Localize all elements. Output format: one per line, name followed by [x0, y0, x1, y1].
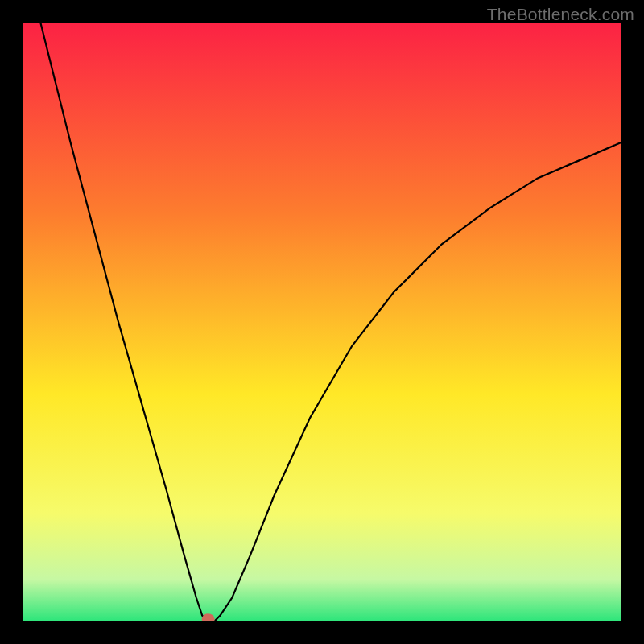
gradient-background	[23, 23, 621, 621]
plot-area	[23, 23, 621, 621]
watermark-text: TheBottleneck.com	[487, 5, 634, 24]
chart-frame: TheBottleneck.com	[0, 0, 644, 644]
chart-svg	[23, 23, 621, 621]
